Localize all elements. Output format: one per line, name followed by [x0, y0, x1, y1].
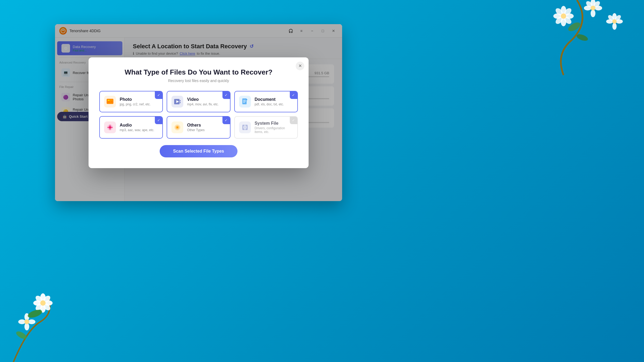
others-name: Others: [187, 123, 204, 128]
svg-rect-52: [243, 101, 246, 102]
system-info: System File Drivers, configuration items…: [255, 121, 293, 134]
document-name: Document: [255, 97, 284, 102]
video-info: Video mp4, mov, avi, flv, etc.: [187, 97, 219, 106]
document-icon-wrap: [239, 96, 251, 108]
others-info: Others Other Types: [187, 123, 204, 132]
svg-rect-51: [243, 100, 246, 101]
file-type-card-audio[interactable]: ✓ Audio mp3,: [99, 116, 163, 139]
audio-name: Audio: [120, 123, 154, 128]
check-badge-video: ✓: [222, 91, 230, 99]
video-name: Video: [187, 97, 219, 102]
file-type-card-photo[interactable]: ✓ Photo jpg, png, cr2, nef, etc.: [99, 91, 163, 112]
audio-info: Audio mp3, aac, wav, ape, etc.: [120, 123, 154, 132]
photo-name: Photo: [120, 97, 151, 102]
file-type-grid: ✓ Photo jpg, png, cr2, nef, etc.: [99, 91, 298, 139]
svg-rect-48: [180, 100, 181, 101]
video-icon-wrap: [171, 96, 183, 108]
svg-rect-53: [243, 102, 245, 103]
svg-point-63: [177, 127, 178, 128]
svg-rect-49: [180, 102, 181, 103]
file-type-card-document[interactable]: ✓ Document pdf, xls, doc, txt, etc.: [234, 91, 298, 112]
document-desc: pdf, xls, doc, txt, etc.: [255, 102, 284, 106]
system-desc: Drivers, configuration items, etc.: [255, 126, 293, 134]
file-type-card-system[interactable]: ✓ System File Drivers, configuration ite…: [234, 116, 298, 139]
svg-rect-67: [245, 125, 245, 126]
audio-desc: mp3, aac, wav, ape, etc.: [120, 128, 154, 132]
close-icon: ✕: [298, 63, 302, 68]
file-type-card-others[interactable]: ✓ Others Other Types: [167, 116, 230, 139]
modal-title: What Type of Files Do You Want to Recove…: [99, 68, 298, 76]
check-badge-system: ✓: [290, 117, 297, 124]
file-type-card-video[interactable]: ✓ Video mp4, mov, avi, flv, etc.: [167, 91, 230, 112]
check-badge-audio: ✓: [155, 117, 162, 124]
audio-icon-wrap: [104, 121, 116, 133]
app-window: Tenorshare 4DDiG 🎧 ≡ − □ ✕ ⚙ Data Recove…: [55, 24, 342, 201]
check-badge-document: ✓: [290, 91, 297, 99]
others-desc: Other Types: [187, 128, 204, 132]
svg-point-66: [244, 127, 246, 128]
system-icon-wrap: [239, 121, 251, 133]
modal-overlay: ✕ What Type of Files Do You Want to Reco…: [55, 24, 342, 201]
photo-icon-wrap: [104, 96, 116, 108]
svg-rect-58: [110, 128, 110, 130]
video-desc: mp4, mov, avi, flv, etc.: [187, 102, 219, 106]
svg-rect-59: [107, 127, 109, 128]
photo-info: Photo jpg, png, cr2, nef, etc.: [120, 97, 151, 106]
file-type-modal: ✕ What Type of Files Do You Want to Reco…: [89, 57, 309, 168]
system-name: System File: [255, 121, 293, 126]
svg-rect-43: [107, 99, 113, 104]
check-badge-photo: ✓: [155, 91, 162, 99]
check-badge-others: ✓: [222, 117, 230, 124]
document-info: Document pdf, xls, doc, txt, etc.: [255, 97, 284, 106]
modal-close-button[interactable]: ✕: [296, 62, 304, 70]
scan-button[interactable]: Scan Selected File Types: [160, 145, 237, 157]
modal-subtitle: Recovery lost files easily and quickly: [99, 79, 298, 83]
others-icon-wrap: [171, 121, 183, 133]
svg-rect-60: [111, 127, 113, 128]
svg-rect-68: [245, 129, 245, 130]
svg-rect-57: [110, 125, 110, 127]
photo-desc: jpg, png, cr2, nef, etc.: [120, 102, 151, 106]
